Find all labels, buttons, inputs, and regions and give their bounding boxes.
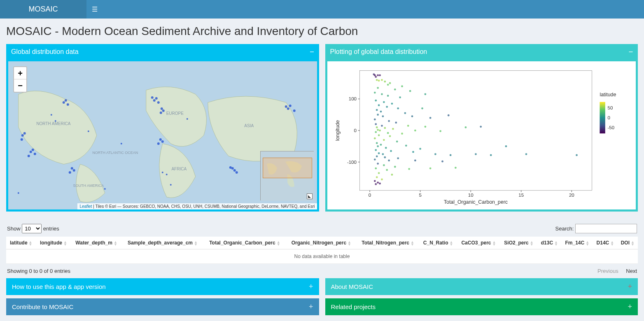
svg-point-31: [285, 105, 287, 108]
svg-point-141: [576, 154, 578, 156]
panel-related[interactable]: Related projects +: [325, 298, 638, 315]
svg-point-19: [69, 171, 71, 174]
sort-icon: ▲▼: [530, 241, 534, 246]
column-header[interactable]: Total_Nitrogen_perc▲▼: [357, 237, 419, 249]
column-header[interactable]: CaCO3_perc▲▼: [457, 237, 500, 249]
svg-point-163: [375, 183, 377, 185]
prev-button[interactable]: Previous: [597, 268, 618, 274]
column-header[interactable]: Total_Organic_Carbon_perc▲▼: [203, 237, 286, 249]
svg-text:-50: -50: [607, 125, 614, 130]
panel-title: Contribute to MOSAIC: [12, 303, 73, 310]
svg-point-111: [392, 128, 394, 130]
svg-point-120: [389, 135, 391, 137]
svg-point-151: [394, 166, 396, 168]
svg-point-80: [401, 85, 403, 87]
svg-point-12: [23, 132, 26, 135]
svg-point-150: [383, 164, 385, 166]
svg-point-72: [375, 76, 377, 78]
column-header[interactable]: DOI▲▼: [618, 237, 638, 249]
svg-text:10: 10: [468, 193, 473, 198]
svg-point-124: [396, 141, 398, 143]
hamburger-icon[interactable]: ☰: [86, 0, 103, 19]
map-panel: Global distribution data –: [6, 44, 319, 212]
svg-point-24: [159, 138, 162, 141]
svg-point-26: [157, 142, 160, 145]
svg-point-160: [381, 179, 383, 181]
entries-select[interactable]: 102550100: [22, 224, 42, 233]
column-header[interactable]: Organic_Nitrogen_perc▲▼: [286, 237, 357, 249]
column-header[interactable]: longitude▲▼: [36, 237, 71, 249]
panel-about[interactable]: About MOSAIC +: [325, 278, 638, 295]
svg-point-156: [455, 167, 457, 169]
svg-point-86: [387, 95, 389, 97]
svg-point-104: [395, 121, 397, 123]
svg-point-14: [63, 101, 65, 104]
panel-title: How to use this app & app version: [12, 283, 106, 290]
svg-point-98: [377, 114, 379, 116]
zoom-out-button[interactable]: −: [14, 79, 26, 92]
leaflet-link[interactable]: Leaflet: [79, 204, 92, 209]
svg-point-23: [151, 96, 154, 99]
minimap-viewport[interactable]: [263, 158, 312, 178]
minimap-toggle-icon[interactable]: ◣: [307, 193, 313, 199]
column-header[interactable]: Sample_depth_average_cm▲▼: [122, 237, 203, 249]
svg-point-145: [373, 158, 376, 160]
svg-point-118: [401, 133, 403, 135]
svg-text:NORTH AMERICA: NORTH AMERICA: [36, 121, 70, 126]
panel-howto[interactable]: How to use this app & app version +: [6, 278, 319, 295]
svg-point-43: [161, 107, 163, 110]
svg-text:0: 0: [607, 115, 610, 120]
svg-point-95: [376, 109, 378, 111]
minimap[interactable]: ◣: [260, 151, 314, 200]
svg-point-28: [233, 169, 236, 172]
column-header[interactable]: Water_depth_m▲▼: [71, 237, 122, 249]
svg-point-168: [505, 145, 507, 147]
next-button[interactable]: Next: [626, 268, 637, 274]
svg-point-36: [88, 130, 89, 132]
sort-icon: ▲▼: [631, 241, 635, 246]
svg-point-155: [429, 167, 431, 170]
svg-point-22: [157, 101, 160, 104]
svg-point-147: [414, 160, 416, 162]
column-header[interactable]: C_N_Ratio▲▼: [419, 237, 457, 249]
column-header[interactable]: D14C▲▼: [593, 237, 617, 249]
zoom-in-button[interactable]: +: [14, 67, 26, 79]
svg-point-102: [373, 119, 376, 121]
column-header[interactable]: d13C▲▼: [537, 237, 561, 249]
svg-point-114: [414, 130, 416, 132]
map-attribution: Leaflet | Tiles © Esri — Sources: GEBCO,…: [77, 203, 317, 209]
svg-point-87: [424, 93, 426, 95]
brand-logo[interactable]: MOSAIC: [0, 0, 86, 19]
svg-point-122: [373, 137, 376, 140]
search-input[interactable]: [575, 224, 637, 233]
svg-point-15: [65, 99, 67, 102]
svg-point-146: [388, 160, 390, 162]
svg-point-126: [380, 144, 382, 146]
svg-text:Total_Organic_Carbon_perc: Total_Organic_Carbon_perc: [443, 199, 507, 205]
column-header[interactable]: latitude▲▼: [6, 237, 36, 249]
svg-text:AFRICA: AFRICA: [171, 167, 187, 171]
svg-point-79: [387, 84, 389, 86]
collapse-icon[interactable]: –: [629, 47, 633, 56]
svg-point-152: [375, 167, 377, 170]
entries-selector: Show 102550100 entries: [7, 224, 59, 233]
panel-contribute[interactable]: Contribute to MOSAIC +: [6, 298, 319, 315]
svg-point-115: [439, 130, 441, 132]
svg-point-112: [377, 129, 379, 131]
column-header[interactable]: Fm_14C▲▼: [561, 237, 593, 249]
collapse-icon[interactable]: –: [310, 47, 314, 56]
search-label: Search:: [555, 226, 574, 232]
scatter-chart[interactable]: 05101520-1000100Total_Organic_Carbon_per…: [327, 61, 636, 209]
leaflet-map[interactable]: NORTH AMERICA NORTH ATLANTIC OCEAN SOUTH…: [8, 61, 317, 209]
sort-icon: ▲▼: [348, 241, 351, 246]
svg-point-40: [121, 143, 122, 144]
column-header[interactable]: SiO2_perc▲▼: [500, 237, 538, 249]
svg-point-106: [381, 125, 383, 127]
svg-point-159: [376, 176, 378, 178]
svg-text:-100: -100: [347, 160, 356, 165]
svg-point-9: [34, 153, 36, 155]
svg-point-165: [421, 107, 423, 109]
svg-point-93: [386, 106, 388, 108]
plus-icon: +: [309, 282, 313, 291]
svg-point-8: [32, 149, 34, 151]
